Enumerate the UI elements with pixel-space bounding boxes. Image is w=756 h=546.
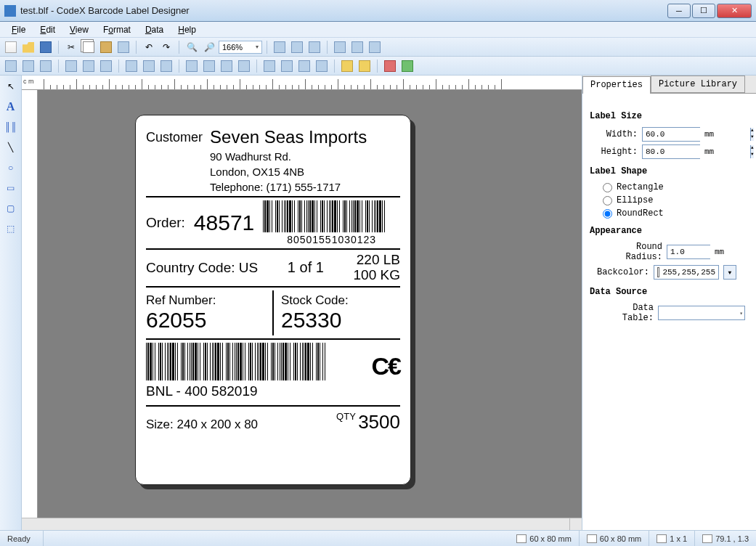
align-bottom-button[interactable] <box>98 58 114 74</box>
stock-value: 25330 <box>281 308 400 333</box>
radio-ellipse[interactable] <box>603 196 612 205</box>
tab-properties[interactable]: Properties <box>582 76 651 94</box>
maximize-button[interactable]: ☐ <box>692 4 715 18</box>
same-width-button[interactable] <box>123 58 139 74</box>
group-button[interactable] <box>382 58 398 74</box>
menu-view[interactable]: View <box>64 23 94 36</box>
open-button[interactable] <box>20 39 36 55</box>
picture-tool[interactable]: ⬚ <box>3 221 19 237</box>
canvas[interactable]: Customer Seven Seas Imports 90 Wadhurst … <box>38 90 582 518</box>
select-tool[interactable]: ↖ <box>3 78 19 94</box>
send-back-button[interactable] <box>279 58 295 74</box>
roundrect-tool[interactable]: ▢ <box>3 200 19 216</box>
page-setup-button[interactable] <box>272 39 288 55</box>
company-name: Seven Seas Imports <box>210 127 367 147</box>
options-button[interactable] <box>367 39 383 55</box>
center-h-button[interactable] <box>219 58 235 74</box>
radius-input[interactable]: ▲▼ <box>667 245 710 259</box>
width-input[interactable]: ▲▼ <box>642 127 700 142</box>
menu-format[interactable]: Format <box>97 23 137 36</box>
minimize-button[interactable]: ─ <box>667 4 691 18</box>
telephone: Telephone: (171) 555-1717 <box>210 181 367 193</box>
radio-rectangle[interactable] <box>603 183 612 192</box>
customer-label: Customer <box>146 127 203 193</box>
menu-file[interactable]: File <box>6 23 31 36</box>
menu-data[interactable]: Data <box>139 23 169 36</box>
align-center-button[interactable] <box>20 58 36 74</box>
align-top-button[interactable] <box>63 58 79 74</box>
undo-button[interactable]: ↶ <box>141 39 157 55</box>
same-size-button[interactable] <box>158 58 174 74</box>
text-tool[interactable]: A <box>3 99 19 115</box>
scrollbar-horizontal[interactable] <box>38 518 569 530</box>
ellipse-tool[interactable]: ○ <box>3 160 19 176</box>
status-grid: 1 x 1 <box>670 534 687 543</box>
label-preview[interactable]: Customer Seven Seas Imports 90 Wadhurst … <box>135 115 411 485</box>
toolbar-align <box>0 57 756 76</box>
cut-button[interactable]: ✂ <box>63 39 79 55</box>
window-title: test.blf - CodeX Barcode Label Designer <box>20 5 667 16</box>
zoom-in-button[interactable]: 🔍 <box>184 39 200 55</box>
barcode-2 <box>146 343 360 380</box>
radius-label: Round Radius: <box>597 242 662 262</box>
snap-button[interactable] <box>349 39 365 55</box>
grid-icon <box>657 534 667 543</box>
close-button[interactable]: ✕ <box>717 4 752 18</box>
zoom-combo[interactable]: 166% <box>219 41 262 54</box>
country-code: Country Code: US <box>146 260 258 276</box>
ref-value: 62055 <box>146 308 265 333</box>
height-input[interactable]: ▲▼ <box>642 144 700 159</box>
ref-label: Ref Number: <box>146 293 265 308</box>
statusbar: Ready 60 x 80 mm 60 x 80 mm 1 x 1 79.1 ,… <box>0 530 756 546</box>
delete-button[interactable] <box>115 39 131 55</box>
backcolor-dropdown[interactable]: ▼ <box>723 265 736 280</box>
datatable-combo[interactable] <box>658 306 745 320</box>
send-backward-button[interactable] <box>314 58 330 74</box>
bring-front-button[interactable] <box>261 58 277 74</box>
align-middle-button[interactable] <box>81 58 97 74</box>
align-right-button[interactable] <box>38 58 54 74</box>
tab-picture-library[interactable]: Picture Library <box>651 76 745 93</box>
new-button[interactable] <box>3 39 19 55</box>
rect-tool[interactable]: ▭ <box>3 180 19 196</box>
toolbar-main: ✂ ↶ ↷ 🔍 🔎 166% <box>0 38 756 57</box>
paste-button[interactable] <box>98 39 114 55</box>
menu-edit[interactable]: Edit <box>34 23 61 36</box>
barcode-tool[interactable]: ║║ <box>3 119 19 135</box>
properties-panel: Properties Picture Library Label Size Wi… <box>582 76 756 530</box>
weight-lb: 220 LB <box>354 253 400 268</box>
space-v-button[interactable] <box>201 58 217 74</box>
save-button[interactable] <box>38 39 54 55</box>
status-ready: Ready <box>0 531 44 546</box>
size-text: Size: 240 x 200 x 80 <box>146 417 258 432</box>
bnl-code: BNL - 400 582019 <box>146 383 400 399</box>
stock-label: Stock Code: <box>281 293 400 308</box>
qty-label: QTY <box>336 411 356 422</box>
canvas-area: c m -505101520253035404550556065 Custome… <box>22 76 582 530</box>
bring-forward-button[interactable] <box>296 58 312 74</box>
redo-button[interactable]: ↷ <box>158 39 174 55</box>
weight-kg: 100 KG <box>354 268 400 283</box>
same-height-button[interactable] <box>141 58 157 74</box>
qty-value: 3500 <box>358 411 400 433</box>
center-v-button[interactable] <box>236 58 252 74</box>
radio-roundrect[interactable] <box>603 209 612 219</box>
package-count: 1 of 1 <box>288 259 324 276</box>
backcolor-label: Backcolor: <box>597 267 649 277</box>
section-label-shape: Label Shape <box>590 166 749 176</box>
copy-button[interactable] <box>81 39 97 55</box>
zoom-out-button[interactable]: 🔎 <box>201 39 217 55</box>
app-icon <box>4 5 16 17</box>
space-h-button[interactable] <box>184 58 200 74</box>
lock-button[interactable] <box>339 58 355 74</box>
backcolor-input[interactable]: 255,255,255 <box>654 265 719 280</box>
print-preview-button[interactable] <box>289 39 305 55</box>
unlock-button[interactable] <box>357 58 373 74</box>
print-button[interactable] <box>306 39 322 55</box>
align-left-button[interactable] <box>3 58 19 74</box>
label-icon <box>587 534 597 543</box>
line-tool[interactable]: ╲ <box>3 139 19 155</box>
ungroup-button[interactable] <box>399 58 415 74</box>
grid-button[interactable] <box>332 39 348 55</box>
menu-help[interactable]: Help <box>172 23 202 36</box>
